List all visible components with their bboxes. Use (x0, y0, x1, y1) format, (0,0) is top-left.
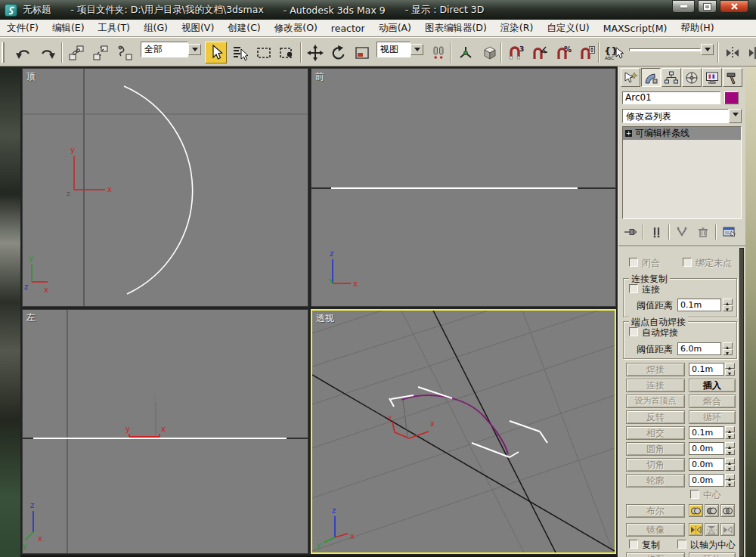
viewport-left-label[interactable]: 左 (26, 311, 36, 324)
boolean-button[interactable]: 布尔 (626, 504, 685, 518)
menu-modifiers[interactable]: 修改器(O) (268, 22, 324, 35)
menu-edit[interactable]: 编辑(E) (45, 22, 91, 35)
tab-utilities[interactable] (723, 68, 742, 87)
weld-threshold-field[interactable]: 0.1m (689, 363, 724, 376)
select-object-button[interactable] (205, 42, 227, 63)
align-button-partial[interactable] (745, 42, 756, 63)
undo-button[interactable] (12, 42, 34, 63)
cross-insert-spinner[interactable] (725, 426, 735, 439)
minimize-button[interactable] (672, 0, 695, 13)
weld-button[interactable]: 焊接 (626, 363, 685, 376)
select-and-link-button[interactable] (65, 42, 87, 63)
auto-weld-checkbox[interactable] (629, 327, 638, 336)
named-selection-dropdown[interactable] (629, 42, 714, 57)
viewport-perspective-active[interactable]: 透视 (311, 309, 616, 554)
chamfer-button[interactable]: 切角 (626, 458, 685, 472)
window-crossing-toggle-button[interactable] (275, 42, 297, 63)
copy-checkbox[interactable] (629, 540, 638, 549)
percent-snap-toggle-button[interactable]: % (553, 42, 575, 63)
make-first-button[interactable]: 设为首顶点 (626, 395, 685, 408)
connect-threshold-spinner[interactable] (723, 299, 733, 311)
outline-button[interactable]: 轮廓 (626, 474, 685, 487)
menu-animation[interactable]: 动画(A) (372, 22, 418, 35)
unlink-selection-button[interactable] (89, 42, 111, 63)
reverse-button[interactable]: 反转 (626, 410, 685, 424)
connect-copy-checkbox[interactable] (629, 284, 638, 293)
cycle-button[interactable]: 循环 (689, 410, 736, 424)
chamfer-field[interactable]: 0.0m (689, 458, 724, 471)
redo-button[interactable] (36, 42, 58, 63)
snaps-toggle-button[interactable]: 3 (504, 42, 526, 63)
mirror-spline-button[interactable]: 镜像 (626, 523, 685, 537)
selection-filter-dropdown[interactable]: 全部 (141, 42, 201, 57)
modifier-list-dropdown-button[interactable] (729, 109, 742, 123)
auto-weld-threshold-spinner[interactable] (723, 342, 733, 355)
bind-to-space-warp-button[interactable] (113, 42, 135, 63)
remove-modifier-button[interactable] (692, 224, 714, 240)
rectangular-selection-region-button[interactable] (253, 42, 274, 63)
angle-snap-toggle-button[interactable] (528, 42, 550, 63)
select-and-rotate-button[interactable] (327, 42, 349, 63)
boolean-union-button[interactable] (689, 504, 703, 517)
pin-stack-button[interactable] (620, 224, 641, 240)
viewport-front[interactable]: 前 z x (311, 68, 616, 307)
bind-last-checkbox[interactable] (683, 258, 692, 267)
menu-views[interactable]: 视图(V) (175, 22, 221, 35)
maximize-button[interactable] (698, 0, 717, 13)
about-pivot-checkbox[interactable] (677, 540, 686, 549)
modifier-list-dropdown[interactable]: 修改器列表 (622, 109, 742, 123)
configure-modifier-sets-button[interactable] (718, 224, 739, 240)
menu-create[interactable]: 创建(C) (221, 22, 267, 35)
selection-filter-dropdown-button[interactable] (188, 44, 201, 55)
fillet-button[interactable]: 圆角 (626, 442, 685, 456)
connect-button[interactable]: 连接 (626, 379, 685, 392)
center-checkbox[interactable] (690, 490, 699, 499)
named-selection-sets-button[interactable]: {} ABC (602, 42, 627, 63)
keyboard-shortcut-override-button[interactable] (479, 42, 500, 63)
menu-tools[interactable]: 工具(T) (91, 22, 137, 35)
object-name-field[interactable]: Arc01 (622, 91, 720, 104)
stack-item-editable-spline[interactable]: + 可编辑样条线 (623, 127, 741, 140)
outline-spinner[interactable] (725, 474, 735, 487)
viewport-perspective-label[interactable]: 透视 (316, 312, 334, 325)
menu-maxscript[interactable]: MAXScript(M) (596, 23, 674, 34)
menu-customize[interactable]: 自定义(U) (540, 22, 596, 35)
tab-modify[interactable] (641, 68, 661, 87)
select-by-name-button[interactable] (229, 42, 251, 63)
menu-file[interactable]: 文件(F) (0, 22, 45, 35)
fillet-spinner[interactable] (725, 442, 735, 455)
trim-button[interactable]: 修剪 (626, 552, 685, 557)
cross-insert-field[interactable]: 0.1m (689, 426, 724, 439)
spinner-snap-toggle-button[interactable] (576, 42, 598, 63)
extend-button[interactable]: 延伸 (689, 552, 736, 557)
reference-coordinate-system-dropdown[interactable]: 视图 (376, 42, 423, 57)
menu-group[interactable]: 组(G) (137, 22, 175, 35)
tab-motion[interactable] (682, 68, 702, 87)
fillet-field[interactable]: 0.0m (689, 442, 724, 455)
outline-field[interactable]: 0.0m (689, 474, 724, 487)
use-pivot-point-center-button[interactable] (427, 42, 449, 63)
insert-button[interactable]: 插入 (689, 379, 736, 392)
show-end-result-button[interactable] (646, 224, 667, 240)
expand-plus-icon[interactable]: + (625, 130, 632, 137)
close-checkbox[interactable] (629, 258, 638, 267)
object-color-swatch[interactable] (724, 91, 739, 104)
viewport-front-label[interactable]: 前 (315, 70, 324, 83)
menu-help[interactable]: 帮助(H) (674, 22, 720, 35)
tab-create[interactable] (621, 68, 640, 87)
fuse-button[interactable]: 熔合 (689, 395, 736, 408)
mirror-button[interactable] (721, 42, 743, 63)
chamfer-spinner[interactable] (725, 458, 735, 471)
coord-system-dropdown-button[interactable] (411, 44, 423, 55)
rollout-scrollbar[interactable] (739, 248, 744, 557)
tab-hierarchy[interactable] (662, 68, 681, 87)
select-and-scale-button[interactable] (351, 42, 373, 63)
mirror-vertical-button[interactable] (705, 523, 719, 536)
make-unique-button[interactable] (671, 224, 692, 240)
named-selection-dropdown-button[interactable] (701, 44, 714, 55)
cross-insert-button[interactable]: 相交 (626, 426, 685, 440)
close-button[interactable] (720, 0, 748, 13)
weld-threshold-spinner[interactable] (725, 363, 735, 376)
auto-weld-threshold-field[interactable]: 6.0m (677, 342, 721, 355)
viewport-top-label[interactable]: 顶 (26, 70, 36, 83)
